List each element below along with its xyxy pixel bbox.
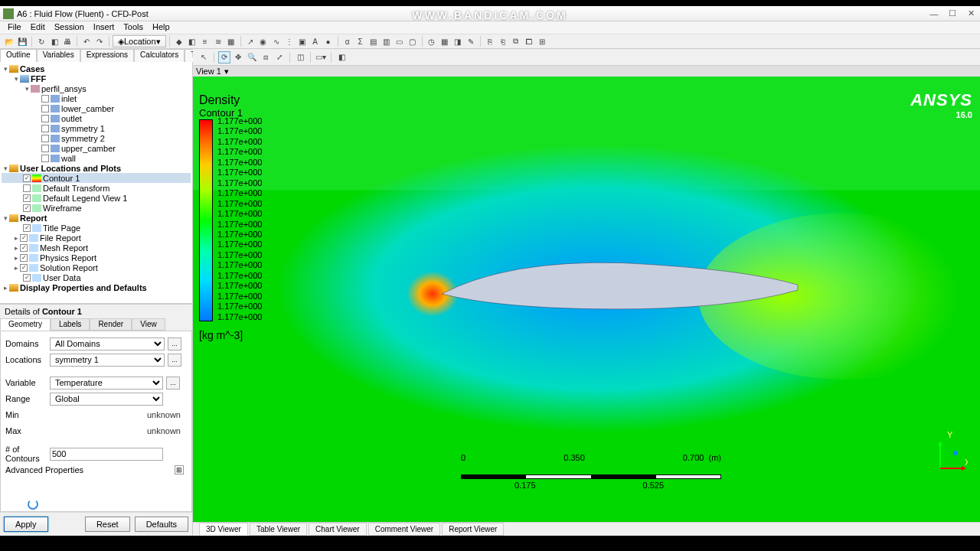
- point-icon[interactable]: ◆: [173, 35, 185, 47]
- tree-cases[interactable]: Cases: [20, 64, 44, 73]
- checkbox[interactable]: [20, 254, 28, 262]
- open-icon[interactable]: 📂: [3, 35, 15, 47]
- apply-button[interactable]: Apply: [4, 517, 48, 532]
- domains-select[interactable]: All Domains: [50, 337, 165, 350]
- expand-icon[interactable]: ▾: [12, 75, 20, 83]
- contour-icon[interactable]: ◉: [257, 35, 270, 47]
- tree-deflegend[interactable]: Default Legend View 1: [43, 194, 128, 203]
- checkbox[interactable]: [41, 135, 49, 142]
- close-button[interactable]: ✕: [965, 8, 977, 19]
- keyframe-icon[interactable]: ◨: [452, 35, 464, 47]
- checkbox[interactable]: [23, 174, 31, 182]
- axis-triad[interactable]: Y X: [931, 432, 968, 468]
- menu-tools[interactable]: Tools: [119, 21, 148, 34]
- range-select[interactable]: Global: [50, 393, 163, 406]
- tab-view[interactable]: View: [132, 318, 165, 331]
- tool-c-icon[interactable]: ≋: [212, 35, 224, 47]
- advanced-properties[interactable]: Advanced Properties: [5, 465, 83, 474]
- menu-session[interactable]: Session: [50, 21, 89, 34]
- anim-icon[interactable]: ▦: [439, 35, 451, 47]
- tab-geometry[interactable]: Geometry: [0, 318, 51, 331]
- 3d-viewport[interactable]: Density Contour 1 1.177e+0001.177e+0001.…: [193, 77, 980, 522]
- tree-sym1[interactable]: symmetry 1: [61, 124, 105, 133]
- tree-report[interactable]: Report: [20, 214, 47, 223]
- select-icon[interactable]: ↖: [198, 51, 210, 64]
- expand-icon[interactable]: ▸: [12, 234, 20, 242]
- tab-outline[interactable]: Outline: [0, 49, 37, 62]
- tree-fff[interactable]: FFF: [31, 74, 46, 83]
- expand-icon[interactable]: ▸: [12, 254, 20, 262]
- expand-icon[interactable]: ▸: [12, 244, 20, 252]
- minimize-button[interactable]: —: [928, 8, 940, 19]
- locations-browse-button[interactable]: ...: [168, 354, 181, 367]
- advanced-expand-icon[interactable]: ⊞: [175, 465, 184, 474]
- sphere-icon[interactable]: ●: [322, 35, 335, 47]
- save-icon[interactable]: 💾: [16, 35, 28, 47]
- vector-icon[interactable]: ↗: [244, 35, 256, 47]
- outline-tree[interactable]: ▾Cases ▾FFF ▾perfil_ansys inlet lower_ca…: [0, 62, 192, 303]
- expand-icon[interactable]: ▾: [2, 165, 9, 172]
- location-dropdown[interactable]: ◈ Location ▾: [113, 35, 166, 47]
- checkbox[interactable]: [23, 224, 31, 232]
- tree-physicsreport[interactable]: Physics Report: [40, 253, 96, 262]
- tab-table-viewer[interactable]: Table Viewer: [250, 523, 307, 536]
- rotate-icon[interactable]: ⟳: [218, 51, 230, 64]
- sync-c-icon[interactable]: ⧉: [510, 35, 522, 47]
- defaults-button[interactable]: Defaults: [135, 517, 188, 532]
- tab-render[interactable]: Render: [90, 318, 132, 331]
- reset-button[interactable]: Reset: [85, 517, 130, 532]
- tree-outlet[interactable]: outlet: [61, 114, 82, 123]
- maximize-button[interactable]: ☐: [946, 8, 959, 19]
- tree-wireframe[interactable]: Wireframe: [43, 204, 82, 213]
- streamline-icon[interactable]: ∿: [270, 35, 283, 47]
- fit-icon[interactable]: ⤢: [273, 51, 286, 64]
- menu-file[interactable]: File: [3, 21, 26, 34]
- expand-icon[interactable]: ▾: [2, 214, 9, 222]
- tree-upper[interactable]: upper_camber: [61, 144, 116, 153]
- snapshot-icon[interactable]: ◧: [48, 35, 60, 47]
- tab-labels[interactable]: Labels: [51, 318, 90, 331]
- tree-userdata[interactable]: User Data: [43, 273, 81, 282]
- tree-titlepage[interactable]: Title Page: [43, 223, 80, 233]
- tab-variables[interactable]: Variables: [37, 49, 80, 62]
- checkbox[interactable]: [23, 194, 31, 202]
- tab-expressions[interactable]: Expressions: [80, 49, 134, 62]
- tool-b-icon[interactable]: ≡: [199, 35, 211, 47]
- particle-icon[interactable]: ⋮: [283, 35, 296, 47]
- tree-filereport[interactable]: File Report: [40, 233, 81, 243]
- figure-icon[interactable]: ▢: [407, 35, 419, 47]
- zoom-in-icon[interactable]: 🔍: [246, 51, 258, 64]
- checkbox[interactable]: [41, 95, 49, 103]
- checkbox[interactable]: [41, 145, 49, 152]
- view-tab[interactable]: View 1 ▾: [193, 66, 980, 77]
- checkbox[interactable]: [41, 115, 49, 122]
- expand-icon[interactable]: ▾: [2, 65, 9, 73]
- probe-icon[interactable]: ✎: [465, 35, 477, 47]
- expand-icon[interactable]: ▸: [12, 264, 20, 272]
- tree-perfil[interactable]: perfil_ansys: [41, 84, 87, 93]
- tree-sym2[interactable]: symmetry 2: [61, 134, 105, 143]
- tab-comment-viewer[interactable]: Comment Viewer: [368, 523, 441, 536]
- domains-browse-button[interactable]: ...: [168, 337, 181, 350]
- tab-report-viewer[interactable]: Report Viewer: [442, 523, 504, 536]
- tool-a-icon[interactable]: ◧: [186, 35, 198, 47]
- tree-userloc[interactable]: User Locations and Plots: [20, 164, 121, 173]
- sync-a-icon[interactable]: ⎘: [484, 35, 496, 47]
- timer-icon[interactable]: ◷: [426, 35, 438, 47]
- expand-icon[interactable]: ▾: [23, 85, 31, 93]
- checkbox[interactable]: [41, 155, 49, 162]
- checkbox[interactable]: [20, 234, 28, 242]
- tree-lower[interactable]: lower_camber: [61, 104, 114, 113]
- checkbox[interactable]: [23, 274, 31, 282]
- tree-meshreport[interactable]: Mesh Report: [40, 243, 88, 253]
- print-icon[interactable]: 🖶: [61, 35, 74, 47]
- pan-icon[interactable]: ✥: [232, 51, 244, 64]
- checkbox[interactable]: [41, 105, 49, 112]
- zoom-box-icon[interactable]: ⧈: [260, 51, 272, 64]
- checkbox[interactable]: [23, 184, 31, 192]
- checkbox[interactable]: [41, 125, 49, 132]
- expand-icon[interactable]: ▸: [2, 284, 9, 292]
- sync-e-icon[interactable]: ⊞: [536, 35, 548, 47]
- tab-chart-viewer[interactable]: Chart Viewer: [309, 523, 367, 536]
- checkbox[interactable]: [20, 244, 28, 252]
